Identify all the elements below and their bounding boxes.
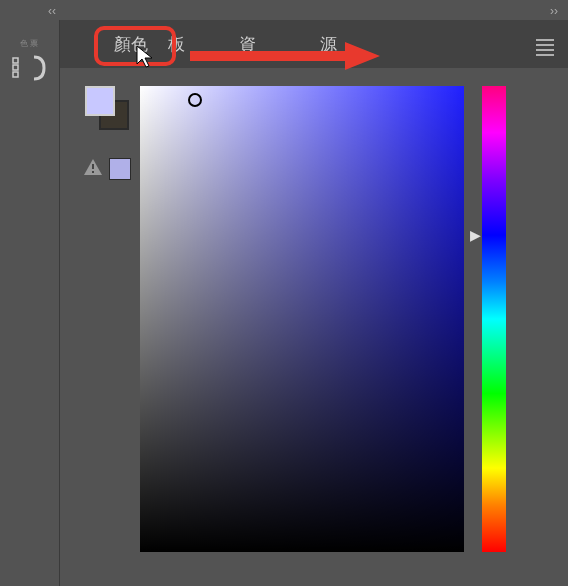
hue-slider[interactable] xyxy=(482,86,506,552)
svg-rect-5 xyxy=(92,164,94,169)
saturation-value-picker[interactable] xyxy=(140,86,464,552)
svg-rect-6 xyxy=(92,171,94,173)
fg-color-swatch[interactable] xyxy=(85,86,115,116)
hue-pointer-icon: ▶ xyxy=(470,227,481,243)
color-panel: 顏色 板 資 源 xyxy=(60,20,568,586)
sv-cursor-icon xyxy=(188,93,202,107)
fg-bg-swatch[interactable] xyxy=(85,86,129,130)
swatch-tool-icon[interactable] xyxy=(12,55,48,81)
svg-rect-2 xyxy=(13,72,18,77)
gamut-corrected-swatch[interactable] xyxy=(109,158,131,180)
expand-right-icon[interactable]: ›› xyxy=(550,4,558,18)
tab-color[interactable]: 顏色 xyxy=(102,23,160,66)
svg-rect-0 xyxy=(13,58,18,63)
gamut-warning-icon[interactable] xyxy=(83,158,103,180)
tool-rail-label: 色票 xyxy=(20,38,40,49)
tab-libraries-1[interactable]: 資 xyxy=(227,23,268,66)
collapse-left-icon[interactable]: ‹‹ xyxy=(48,4,56,18)
tab-swatches[interactable]: 板 xyxy=(156,23,197,66)
panel-tabs: 顏色 板 資 源 xyxy=(60,20,568,68)
svg-rect-1 xyxy=(13,65,18,70)
tab-libraries-2[interactable]: 源 xyxy=(308,23,349,66)
panel-menu-icon[interactable] xyxy=(536,36,554,59)
tool-rail: 色票 xyxy=(0,20,60,586)
